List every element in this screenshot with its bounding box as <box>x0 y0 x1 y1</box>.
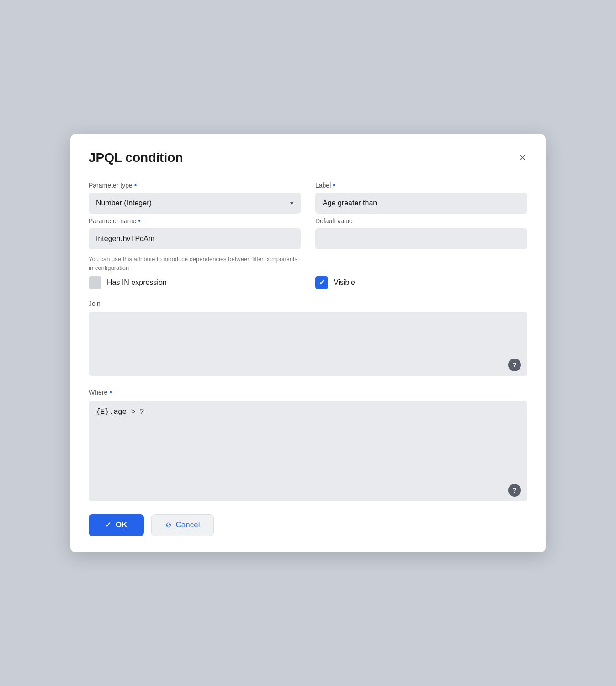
where-required-dot: • <box>109 389 112 396</box>
dialog-footer: ✓ OK ⊘ Cancel <box>89 514 527 536</box>
ok-label: OK <box>116 520 127 530</box>
visible-group[interactable]: ✓ Visible <box>315 276 527 289</box>
label-field-label: Label • <box>315 182 527 189</box>
ok-button[interactable]: ✓ OK <box>89 514 144 536</box>
join-help-icon[interactable]: ? <box>508 359 521 371</box>
parameter-type-label: Parameter type • <box>89 182 301 189</box>
where-textarea[interactable] <box>89 401 527 501</box>
chevron-down-icon: ▾ <box>290 199 293 207</box>
visible-checkbox[interactable]: ✓ <box>315 276 328 289</box>
form-row-2: Parameter name • You can use this attrib… <box>89 217 527 273</box>
parameter-name-required-dot: • <box>138 217 141 225</box>
jpql-condition-dialog: JPQL condition × Parameter type • Number… <box>70 134 546 552</box>
where-help-icon[interactable]: ? <box>508 484 521 497</box>
has-in-expression-checkbox[interactable] <box>89 276 101 289</box>
where-wrapper: ? <box>89 401 527 503</box>
dialog-header: JPQL condition × <box>89 150 527 165</box>
default-value-input[interactable] <box>315 228 527 249</box>
join-label: Join <box>89 300 527 307</box>
cancel-icon: ⊘ <box>165 520 171 529</box>
hint-text: You can use this attribute to introduce … <box>89 255 301 273</box>
dialog-title: JPQL condition <box>89 150 183 165</box>
form-row-1: Parameter type • Number (Integer) ▾ Labe… <box>89 182 527 214</box>
has-in-expression-group[interactable]: Has IN expression <box>89 276 301 289</box>
where-section: Where • ? <box>89 389 527 503</box>
cancel-button[interactable]: ⊘ Cancel <box>151 514 214 536</box>
join-textarea[interactable] <box>89 312 527 376</box>
parameter-type-group: Parameter type • Number (Integer) ▾ <box>89 182 301 214</box>
parameter-type-value: Number (Integer) <box>96 199 152 207</box>
label-input[interactable] <box>315 193 527 214</box>
parameter-name-label: Parameter name • <box>89 217 301 225</box>
visible-label: Visible <box>334 279 355 287</box>
close-button[interactable]: × <box>518 151 527 165</box>
parameter-type-select[interactable]: Number (Integer) ▾ <box>89 193 301 214</box>
join-wrapper: ? <box>89 312 527 378</box>
has-in-expression-label: Has IN expression <box>107 279 167 287</box>
label-field-group: Label • <box>315 182 527 214</box>
ok-check-icon: ✓ <box>105 520 111 529</box>
checkboxes-row: Has IN expression ✓ Visible <box>89 276 527 289</box>
default-value-label: Default value <box>315 217 527 225</box>
cancel-label: Cancel <box>176 520 200 530</box>
default-value-group: Default value <box>315 217 527 273</box>
parameter-type-required-dot: • <box>134 182 137 189</box>
parameter-name-group: Parameter name • You can use this attrib… <box>89 217 301 273</box>
where-label: Where • <box>89 389 527 396</box>
label-required-dot: • <box>333 182 335 189</box>
checkmark-icon: ✓ <box>319 278 325 287</box>
parameter-name-input[interactable] <box>89 228 301 249</box>
join-section: Join ? <box>89 300 527 378</box>
